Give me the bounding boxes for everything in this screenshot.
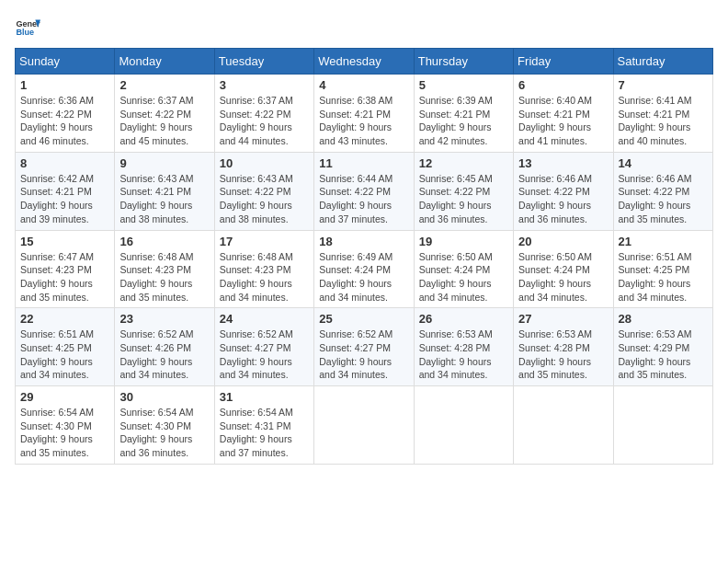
day-info: Sunrise: 6:37 AM Sunset: 4:22 PM Dayligh… [119, 94, 209, 148]
logo: General Blue [15, 15, 40, 40]
day-info: Sunrise: 6:40 AM Sunset: 4:21 PM Dayligh… [518, 94, 608, 148]
calendar-cell: 15 Sunrise: 6:47 AM Sunset: 4:23 PM Dayl… [16, 230, 115, 308]
day-number: 21 [619, 235, 708, 248]
day-info: Sunrise: 6:41 AM Sunset: 4:21 PM Dayligh… [619, 94, 708, 148]
day-header-friday: Friday [514, 49, 613, 75]
day-number: 24 [220, 312, 309, 326]
day-info: Sunrise: 6:52 AM Sunset: 4:26 PM Dayligh… [119, 327, 209, 382]
day-number: 7 [619, 78, 708, 92]
calendar-cell: 23 Sunrise: 6:52 AM Sunset: 4:26 PM Dayl… [115, 308, 214, 386]
day-info: Sunrise: 6:53 AM Sunset: 4:28 PM Dayligh… [419, 327, 508, 382]
day-info: Sunrise: 6:47 AM Sunset: 4:23 PM Dayligh… [20, 250, 109, 304]
day-number: 23 [119, 312, 209, 326]
day-info: Sunrise: 6:46 AM Sunset: 4:22 PM Dayligh… [619, 172, 708, 226]
day-info: Sunrise: 6:53 AM Sunset: 4:29 PM Dayligh… [619, 327, 708, 382]
day-number: 13 [518, 156, 608, 170]
day-info: Sunrise: 6:50 AM Sunset: 4:24 PM Dayligh… [419, 250, 508, 304]
day-info: Sunrise: 6:54 AM Sunset: 4:30 PM Dayligh… [20, 406, 109, 460]
day-header-saturday: Saturday [613, 49, 712, 75]
day-number: 30 [119, 390, 209, 404]
day-number: 3 [220, 78, 309, 92]
calendar-cell: 7 Sunrise: 6:41 AM Sunset: 4:21 PM Dayli… [613, 75, 712, 153]
day-number: 2 [119, 78, 209, 92]
calendar-cell: 14 Sunrise: 6:46 AM Sunset: 4:22 PM Dayl… [613, 152, 712, 230]
day-info: Sunrise: 6:54 AM Sunset: 4:31 PM Dayligh… [220, 406, 309, 460]
day-info: Sunrise: 6:51 AM Sunset: 4:25 PM Dayligh… [20, 327, 109, 382]
calendar-cell [314, 386, 414, 465]
day-number: 11 [319, 156, 408, 170]
calendar-cell: 22 Sunrise: 6:51 AM Sunset: 4:25 PM Dayl… [16, 308, 115, 386]
day-info: Sunrise: 6:48 AM Sunset: 4:23 PM Dayligh… [220, 250, 309, 304]
svg-text:Blue: Blue [16, 28, 34, 37]
calendar-cell: 4 Sunrise: 6:38 AM Sunset: 4:21 PM Dayli… [314, 75, 414, 153]
day-info: Sunrise: 6:43 AM Sunset: 4:22 PM Dayligh… [220, 172, 309, 226]
day-header-wednesday: Wednesday [314, 49, 414, 75]
day-info: Sunrise: 6:53 AM Sunset: 4:28 PM Dayligh… [518, 327, 608, 382]
calendar-cell: 13 Sunrise: 6:46 AM Sunset: 4:22 PM Dayl… [514, 152, 613, 230]
day-number: 20 [518, 235, 608, 248]
day-number: 25 [319, 312, 408, 326]
day-number: 12 [419, 156, 508, 170]
day-number: 10 [220, 156, 309, 170]
day-info: Sunrise: 6:44 AM Sunset: 4:22 PM Dayligh… [319, 172, 408, 226]
calendar-cell: 21 Sunrise: 6:51 AM Sunset: 4:25 PM Dayl… [613, 230, 712, 308]
calendar-cell: 10 Sunrise: 6:43 AM Sunset: 4:22 PM Dayl… [214, 152, 313, 230]
day-info: Sunrise: 6:52 AM Sunset: 4:27 PM Dayligh… [220, 327, 309, 382]
calendar-cell [514, 386, 613, 465]
day-info: Sunrise: 6:39 AM Sunset: 4:21 PM Dayligh… [419, 94, 508, 148]
day-number: 19 [419, 235, 508, 248]
day-number: 26 [419, 312, 508, 326]
day-info: Sunrise: 6:37 AM Sunset: 4:22 PM Dayligh… [220, 94, 309, 148]
day-number: 5 [419, 78, 508, 92]
day-number: 31 [220, 390, 309, 404]
calendar-cell: 3 Sunrise: 6:37 AM Sunset: 4:22 PM Dayli… [214, 75, 313, 153]
day-info: Sunrise: 6:42 AM Sunset: 4:21 PM Dayligh… [20, 172, 109, 226]
calendar-cell: 8 Sunrise: 6:42 AM Sunset: 4:21 PM Dayli… [16, 152, 115, 230]
calendar-cell: 31 Sunrise: 6:54 AM Sunset: 4:31 PM Dayl… [214, 386, 313, 465]
day-number: 29 [20, 390, 109, 404]
day-number: 6 [518, 78, 608, 92]
calendar-cell: 24 Sunrise: 6:52 AM Sunset: 4:27 PM Dayl… [214, 308, 313, 386]
page-header: General Blue [15, 15, 713, 40]
calendar-cell: 27 Sunrise: 6:53 AM Sunset: 4:28 PM Dayl… [514, 308, 613, 386]
calendar-cell: 5 Sunrise: 6:39 AM Sunset: 4:21 PM Dayli… [414, 75, 513, 153]
calendar-cell: 17 Sunrise: 6:48 AM Sunset: 4:23 PM Dayl… [214, 230, 313, 308]
calendar-cell: 18 Sunrise: 6:49 AM Sunset: 4:24 PM Dayl… [314, 230, 414, 308]
calendar-cell [414, 386, 513, 465]
day-number: 15 [20, 235, 109, 248]
calendar-cell: 30 Sunrise: 6:54 AM Sunset: 4:30 PM Dayl… [115, 386, 214, 465]
day-number: 27 [518, 312, 608, 326]
calendar-cell: 28 Sunrise: 6:53 AM Sunset: 4:29 PM Dayl… [613, 308, 712, 386]
day-number: 9 [119, 156, 209, 170]
day-info: Sunrise: 6:46 AM Sunset: 4:22 PM Dayligh… [518, 172, 608, 226]
day-number: 28 [619, 312, 708, 326]
day-info: Sunrise: 6:43 AM Sunset: 4:21 PM Dayligh… [119, 172, 209, 226]
calendar-cell: 20 Sunrise: 6:50 AM Sunset: 4:24 PM Dayl… [514, 230, 613, 308]
calendar-cell [613, 386, 712, 465]
day-info: Sunrise: 6:49 AM Sunset: 4:24 PM Dayligh… [319, 250, 408, 304]
day-info: Sunrise: 6:52 AM Sunset: 4:27 PM Dayligh… [319, 327, 408, 382]
day-info: Sunrise: 6:51 AM Sunset: 4:25 PM Dayligh… [619, 250, 708, 304]
day-header-monday: Monday [115, 49, 214, 75]
calendar-cell: 9 Sunrise: 6:43 AM Sunset: 4:21 PM Dayli… [115, 152, 214, 230]
calendar-cell: 29 Sunrise: 6:54 AM Sunset: 4:30 PM Dayl… [16, 386, 115, 465]
day-info: Sunrise: 6:38 AM Sunset: 4:21 PM Dayligh… [319, 94, 408, 148]
day-info: Sunrise: 6:50 AM Sunset: 4:24 PM Dayligh… [518, 250, 608, 304]
calendar-cell: 25 Sunrise: 6:52 AM Sunset: 4:27 PM Dayl… [314, 308, 414, 386]
calendar-cell: 12 Sunrise: 6:45 AM Sunset: 4:22 PM Dayl… [414, 152, 513, 230]
calendar-cell: 6 Sunrise: 6:40 AM Sunset: 4:21 PM Dayli… [514, 75, 613, 153]
day-number: 22 [20, 312, 109, 326]
day-info: Sunrise: 6:48 AM Sunset: 4:23 PM Dayligh… [119, 250, 209, 304]
calendar-table: SundayMondayTuesdayWednesdayThursdayFrid… [15, 48, 713, 465]
day-number: 18 [319, 235, 408, 248]
logo-icon: General Blue [15, 15, 40, 40]
day-number: 14 [619, 156, 708, 170]
calendar-cell: 19 Sunrise: 6:50 AM Sunset: 4:24 PM Dayl… [414, 230, 513, 308]
day-number: 1 [20, 78, 109, 92]
calendar-cell: 11 Sunrise: 6:44 AM Sunset: 4:22 PM Dayl… [314, 152, 414, 230]
day-info: Sunrise: 6:36 AM Sunset: 4:22 PM Dayligh… [20, 94, 109, 148]
calendar-cell: 2 Sunrise: 6:37 AM Sunset: 4:22 PM Dayli… [115, 75, 214, 153]
calendar-cell: 16 Sunrise: 6:48 AM Sunset: 4:23 PM Dayl… [115, 230, 214, 308]
day-number: 17 [220, 235, 309, 248]
calendar-cell: 26 Sunrise: 6:53 AM Sunset: 4:28 PM Dayl… [414, 308, 513, 386]
